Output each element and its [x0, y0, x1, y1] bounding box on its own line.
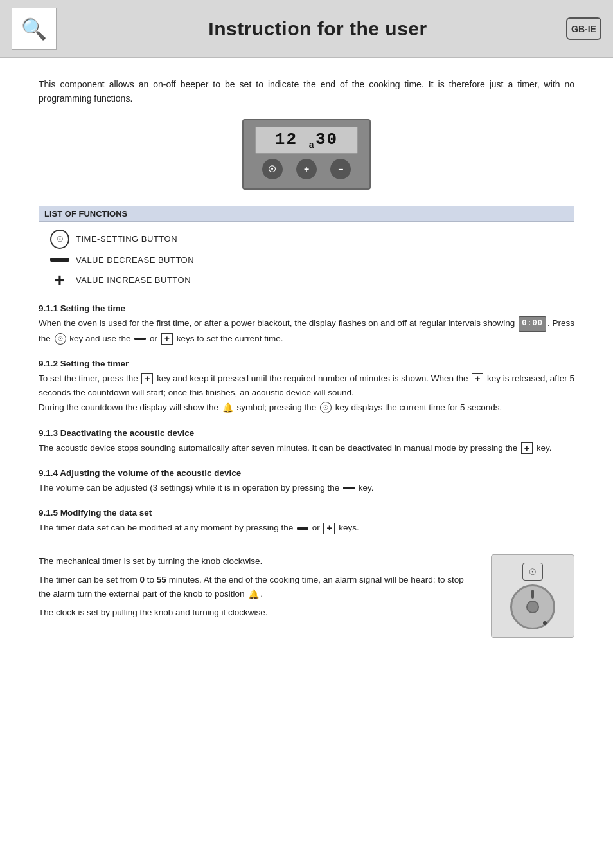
section-914-body: The volume can be adjusted (3 settings) … [39, 481, 574, 495]
knob-container: ☉ [492, 557, 574, 635]
inline-circle-btn-2: ☉ [320, 402, 332, 413]
section-913-body: The acoustic device stops sounding autom… [39, 441, 574, 455]
plus-icon: + [55, 271, 65, 289]
bottom-line-1: The mechanical timer is set by turning t… [39, 554, 478, 568]
knob-top-icon: ☉ [522, 563, 543, 581]
timer-display: 12 a30 ☉ + – [242, 119, 371, 190]
section-912-title: 9.1.2 Setting the timer [39, 359, 574, 368]
function-item-time-setting: ☉ TIME-SETTING BUTTON [39, 230, 574, 249]
page-title: Instruction for the user [69, 18, 566, 40]
section-911-body: When the oven is used for the first time… [39, 316, 574, 346]
inline-bell-icon: 🔔 [222, 401, 233, 415]
inline-bell-icon-2: 🔔 [248, 587, 259, 602]
main-content: This component allows an on-off beeper t… [0, 58, 613, 664]
country-badge: GB-IE [566, 17, 601, 40]
time-setting-icon: ☉ [44, 230, 76, 249]
section-911: 9.1.1 Setting the time When the oven is … [39, 303, 574, 346]
increase-label: VALUE INCREASE BUTTON [76, 275, 191, 285]
inline-plus-btn-1: + [161, 333, 173, 345]
timer-btn-plus: + [296, 159, 317, 179]
inline-plus-btn-2: + [141, 373, 153, 384]
functions-list: ☉ TIME-SETTING BUTTON VALUE DECREASE BUT… [39, 230, 574, 289]
logo-icon: 🔍 [21, 17, 47, 41]
timer-display-wrapper: 12 a30 ☉ + – [39, 119, 574, 190]
inline-minus-btn-3 [297, 527, 308, 530]
section-914: 9.1.4 Adjusting the volume of the acoust… [39, 468, 574, 495]
timer-buttons-row: ☉ + – [255, 159, 358, 179]
section-915-title: 9.1.5 Modifying the data set [39, 508, 574, 518]
time-setting-label: TIME-SETTING BUTTON [76, 234, 177, 244]
intro-paragraph: This component allows an on-off beeper t… [39, 77, 574, 106]
minus-bar-icon [50, 258, 69, 262]
timer-screen: 12 a30 [255, 127, 358, 154]
page-header: 🔍 Instruction for the user GB-IE [0, 0, 613, 58]
knob-dot [543, 621, 547, 625]
functions-header: LIST OF FUNCTIONS [39, 206, 574, 222]
inline-plus-btn-4: + [521, 442, 533, 454]
bottom-line-2: The timer can be set from 0 to 55 minute… [39, 573, 478, 602]
inline-plus-btn-3: + [472, 373, 483, 384]
knob-marker [531, 590, 534, 599]
decrease-icon [44, 258, 76, 262]
knob-inner [526, 601, 539, 613]
increase-icon: + [44, 271, 76, 289]
section-915: 9.1.5 Modifying the data set The timer d… [39, 508, 574, 535]
knob-image: ☉ [491, 554, 574, 638]
timer-btn-circle: ☉ [262, 159, 283, 179]
inline-minus-btn-2 [343, 487, 355, 489]
inline-circle-btn-1: ☉ [55, 333, 66, 345]
section-913: 9.1.3 Deactivating the acoustic device T… [39, 428, 574, 455]
inline-minus-btn-1 [134, 338, 146, 340]
section-914-title: 9.1.4 Adjusting the volume of the acoust… [39, 468, 574, 478]
function-item-decrease: VALUE DECREASE BUTTON [39, 255, 574, 265]
circle-icon: ☉ [50, 230, 69, 249]
inline-plus-btn-5: + [323, 523, 335, 534]
knob-dial [510, 584, 555, 629]
section-912: 9.1.2 Setting the timer To set the timer… [39, 359, 574, 415]
display-0-colon-00: 0:00 [519, 316, 546, 332]
section-911-title: 9.1.1 Setting the time [39, 303, 574, 313]
function-item-increase: + VALUE INCREASE BUTTON [39, 271, 574, 289]
section-913-title: 9.1.3 Deactivating the acoustic device [39, 428, 574, 438]
section-912-body: To set the timer, press the + key and ke… [39, 372, 574, 415]
bottom-line-3: The clock is set by pulling the knob and… [39, 606, 478, 620]
timer-btn-minus: – [330, 159, 351, 179]
bottom-section: The mechanical timer is set by turning t… [39, 554, 574, 638]
bottom-text: The mechanical timer is set by turning t… [39, 554, 478, 620]
decrease-label: VALUE DECREASE BUTTON [76, 255, 194, 265]
logo-box: 🔍 [12, 8, 57, 50]
section-915-body: The timer data set can be modified at an… [39, 521, 574, 535]
